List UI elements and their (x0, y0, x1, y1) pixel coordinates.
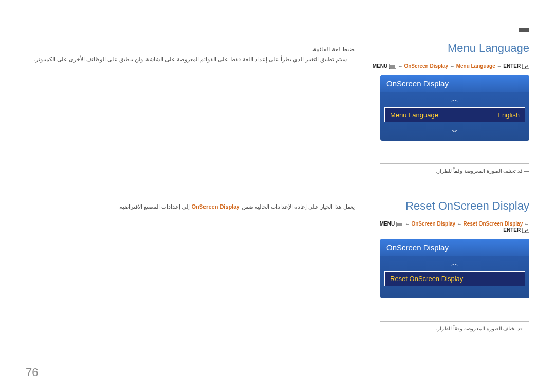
enter-icon (522, 228, 529, 233)
chevron-down-icon[interactable]: ﹀ (380, 125, 529, 141)
ar-title-1: ضبط لغة القائمة. (26, 46, 355, 53)
ar-body-1: ―سيتم تطبيق التغيير الذي يطرأ على إعداد … (26, 55, 355, 64)
section-title-1: Menu Language (370, 42, 529, 55)
note-divider-2 (380, 321, 529, 322)
svg-rect-9 (522, 228, 529, 233)
osd-header-1: OnScreen Display (380, 75, 529, 92)
menu-icon (396, 222, 403, 227)
breadcrumb-arrow: ← (457, 221, 462, 227)
breadcrumb-reset: Reset OnScreen Display (464, 221, 523, 227)
breadcrumb-arrow: ← (398, 63, 403, 69)
breadcrumb-enter: ENTER (503, 227, 521, 233)
breadcrumb-onscreen: OnScreen Display (411, 221, 455, 227)
osd-header-2: OnScreen Display (380, 239, 529, 256)
breadcrumb-menu: MENU (380, 221, 395, 227)
osd-row-reset[interactable]: Reset OnScreen Display (384, 271, 525, 286)
breadcrumb-1: MENU ← OnScreen Display ← Menu Language … (370, 63, 529, 69)
breadcrumb-onscreen: OnScreen Display (404, 63, 448, 69)
breadcrumb-arrow: ← (405, 221, 410, 227)
osd-row-menu-language[interactable]: Menu Language English (384, 107, 525, 122)
note-text-1: ― قد تختلف الصورة المعروضة وفقاً للطراز. (370, 168, 529, 174)
corner-mark (519, 28, 529, 32)
osd-panel-2: OnScreen Display ︿ Reset OnScreen Displa… (380, 239, 529, 298)
section-reset-osd: Reset OnScreen Display MENU ← OnScreen D… (26, 199, 529, 331)
ar-body-2: يعمل هذا الخيار على إعادة الإعدادات الحا… (26, 202, 355, 212)
breadcrumb-menu: MENU (373, 63, 387, 69)
osd-row-value: English (497, 111, 520, 119)
menu-icon (389, 64, 396, 69)
svg-rect-4 (522, 64, 529, 69)
top-rule (26, 31, 529, 31)
breadcrumb-menulang: Menu Language (456, 63, 495, 69)
note-text-2: ― قد تختلف الصورة المعروضة وفقاً للطراز. (370, 326, 529, 331)
chevron-up-icon[interactable]: ︿ (380, 256, 529, 268)
osd-panel-1: OnScreen Display ︿ Menu Language English… (380, 75, 529, 141)
enter-icon (522, 64, 529, 69)
chevron-up-icon[interactable]: ︿ (380, 92, 529, 104)
note-divider-1 (380, 163, 529, 164)
breadcrumb-arrow: ← (450, 63, 455, 69)
section-menu-language: Menu Language MENU ← OnScreen Display ← … (26, 42, 529, 174)
breadcrumb-arrow: ← (524, 221, 529, 227)
osd-row-label: Reset OnScreen Display (390, 275, 463, 283)
page-number: 76 (26, 366, 38, 379)
osd-row-label: Menu Language (390, 111, 438, 119)
breadcrumb-enter: ENTER (503, 63, 521, 69)
section-title-2: Reset OnScreen Display (370, 199, 529, 213)
breadcrumb-2: MENU ← OnScreen Display ← Reset OnScreen… (370, 221, 529, 233)
breadcrumb-arrow: ← (497, 63, 502, 69)
